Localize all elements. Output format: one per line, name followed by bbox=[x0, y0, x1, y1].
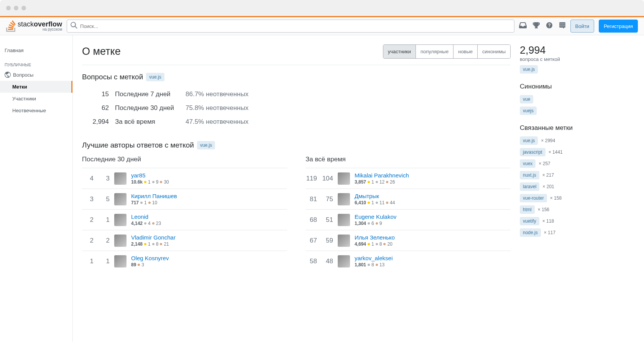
related-tag[interactable]: vuex bbox=[520, 159, 536, 168]
total-questions-count: 2,994 bbox=[520, 44, 635, 56]
avatar[interactable] bbox=[114, 255, 127, 267]
user-link[interactable]: yarkov_aleksei bbox=[355, 255, 393, 261]
avatar[interactable] bbox=[338, 214, 350, 226]
tag-badge[interactable]: vue.js bbox=[197, 141, 215, 149]
user-link[interactable]: Eugene Kulakov bbox=[355, 213, 396, 220]
sidebar-item-unanswered[interactable]: Неотвеченные bbox=[0, 105, 72, 116]
related-tag[interactable]: vue.js bbox=[520, 136, 538, 145]
user-row: 2 2 Vladimir Gonchar 2,1481821 bbox=[82, 230, 287, 251]
user-link[interactable]: Илья Зеленько bbox=[355, 234, 395, 241]
related-tag-count: × 1441 bbox=[549, 149, 563, 155]
avatar[interactable] bbox=[114, 172, 127, 185]
user-row: 4 3 yar85 10.6k1930 bbox=[82, 168, 287, 189]
related-heading: Связанные метки bbox=[520, 124, 635, 132]
avatar[interactable] bbox=[114, 214, 127, 226]
sidebar-item-tags[interactable]: Метки bbox=[0, 81, 72, 93]
related-tag[interactable]: html bbox=[520, 205, 535, 214]
posts-cell: 3 bbox=[98, 175, 110, 182]
tab-синонимы[interactable]: синонимы bbox=[478, 45, 510, 58]
score-cell: 67 bbox=[306, 237, 317, 244]
tag-badge[interactable]: vue.js bbox=[520, 65, 538, 74]
posts-cell: 5 bbox=[98, 195, 110, 203]
inbox-icon[interactable] bbox=[519, 22, 527, 30]
related-tag-count: × 118 bbox=[542, 218, 554, 224]
posts-cell: 1 bbox=[98, 216, 110, 224]
user-link[interactable]: Дмытрык bbox=[355, 193, 395, 199]
avatar[interactable] bbox=[338, 255, 350, 267]
related-tag[interactable]: javascript bbox=[520, 148, 545, 156]
synonyms-heading: Синонимы bbox=[520, 83, 635, 90]
tab-новые[interactable]: новые bbox=[453, 45, 478, 58]
stat-percent: 86.7% неотвеченных bbox=[186, 90, 248, 98]
related-tag-count: × 158 bbox=[550, 195, 562, 201]
stat-percent: 75.8% неотвеченных bbox=[186, 104, 248, 112]
related-tag-row: nuxt.js × 217 bbox=[520, 171, 554, 179]
posts-cell: 1 bbox=[98, 258, 110, 265]
answerers-all-time: За всё время 119 104 Mikalai Parakhnevic… bbox=[306, 156, 511, 271]
stat-row: 15 Последние 7 дней 86.7% неотвеченных bbox=[82, 87, 511, 101]
related-tag[interactable]: vuetify bbox=[520, 217, 539, 225]
tab-участники[interactable]: участники bbox=[383, 45, 416, 58]
related-tag-row: vuex × 257 bbox=[520, 159, 550, 168]
browser-chrome bbox=[0, 0, 644, 16]
synonym-tag[interactable]: vue bbox=[520, 95, 533, 103]
column-title: За всё время bbox=[306, 156, 511, 163]
related-tag-row: javascript × 1441 bbox=[520, 148, 563, 156]
column-title: Последние 30 дней bbox=[82, 156, 287, 163]
user-reputation: 2,1481821 bbox=[131, 241, 176, 247]
posts-cell: 59 bbox=[322, 237, 333, 244]
user-reputation: 1,801813 bbox=[355, 262, 393, 267]
synonym-tag[interactable]: vuejs bbox=[520, 107, 537, 115]
user-reputation: 717110 bbox=[131, 200, 177, 205]
user-link[interactable]: Кирилл Панишев bbox=[131, 193, 177, 199]
sidebar-item-questions[interactable]: Вопросы bbox=[0, 69, 72, 81]
stat-count: 62 bbox=[82, 104, 109, 112]
sidebar-item-home[interactable]: Главная bbox=[0, 44, 72, 56]
trophy-icon[interactable] bbox=[533, 22, 540, 30]
user-link[interactable]: Mikalai Parakhnevich bbox=[355, 172, 409, 179]
login-button[interactable]: Войти bbox=[570, 20, 594, 33]
stat-count: 2,994 bbox=[82, 118, 109, 126]
user-link[interactable]: Oleg Kosnyrev bbox=[131, 255, 169, 261]
avatar[interactable] bbox=[338, 235, 350, 247]
tag-badge[interactable]: vue.js bbox=[146, 73, 164, 81]
right-sidebar: 2,994 вопроса с меткой vue.js Синонимы v… bbox=[520, 44, 635, 333]
stackexchange-icon[interactable] bbox=[559, 22, 566, 30]
tab-популярные[interactable]: популярные bbox=[416, 45, 453, 58]
globe-icon bbox=[5, 72, 11, 78]
related-tag-count: × 201 bbox=[542, 184, 554, 189]
stat-percent: 47.5% неотвеченных bbox=[186, 118, 248, 126]
user-row: 68 51 Eugene Kulakov 1,30469 bbox=[306, 209, 511, 230]
score-cell: 1 bbox=[82, 258, 94, 265]
user-link[interactable]: yar85 bbox=[131, 172, 169, 179]
sidebar-item-users[interactable]: Участники bbox=[0, 93, 72, 105]
search-input[interactable] bbox=[67, 20, 514, 33]
posts-cell: 48 bbox=[322, 258, 333, 265]
traffic-light-close[interactable] bbox=[6, 6, 11, 10]
posts-cell: 104 bbox=[322, 175, 333, 182]
user-reputation: 3,85711226 bbox=[355, 179, 409, 185]
traffic-light-minimize[interactable] bbox=[14, 6, 18, 10]
signup-button[interactable]: Регистрация bbox=[599, 20, 638, 33]
related-tag-row: vuetify × 118 bbox=[520, 217, 554, 225]
search-icon bbox=[71, 22, 77, 30]
related-tag[interactable]: node.js bbox=[520, 228, 541, 237]
traffic-light-zoom[interactable] bbox=[21, 6, 26, 10]
user-row: 67 59 Илья Зеленько 4,6941820 bbox=[306, 230, 511, 251]
logo-text: stackoverflow на русском bbox=[18, 21, 62, 31]
avatar[interactable] bbox=[338, 172, 350, 185]
user-row: 119 104 Mikalai Parakhnevich 3,85711226 bbox=[306, 168, 511, 189]
user-link[interactable]: Leonid bbox=[131, 213, 161, 220]
avatar[interactable] bbox=[114, 193, 127, 205]
related-tag[interactable]: vue-router bbox=[520, 194, 547, 202]
avatar[interactable] bbox=[114, 235, 127, 247]
help-icon[interactable] bbox=[546, 22, 553, 30]
user-row: 81 75 Дмытрык 6,41011144 bbox=[306, 189, 511, 209]
avatar[interactable] bbox=[338, 193, 350, 205]
user-link[interactable]: Vladimir Gonchar bbox=[131, 234, 176, 241]
related-tag[interactable]: laravel bbox=[520, 182, 539, 191]
posts-cell: 75 bbox=[322, 195, 333, 203]
related-tag[interactable]: nuxt.js bbox=[520, 171, 539, 179]
site-logo[interactable]: stackoverflow на русском bbox=[6, 20, 62, 32]
search-box bbox=[67, 20, 514, 33]
